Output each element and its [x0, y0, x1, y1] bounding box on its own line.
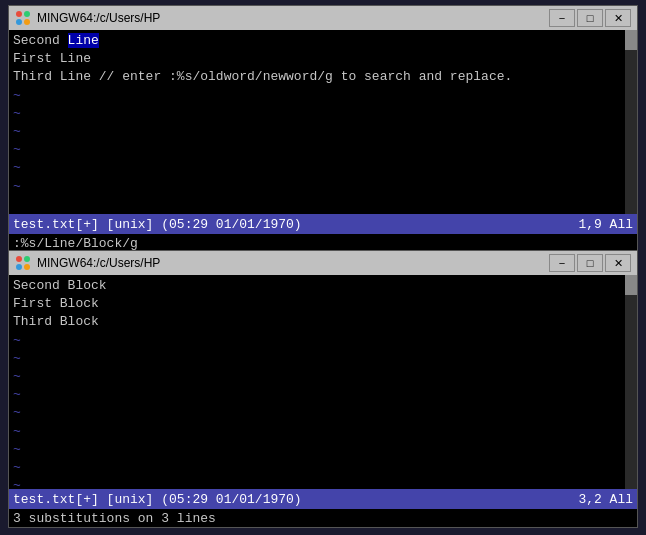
- svg-point-0: [16, 11, 22, 17]
- terminal-icon-2: [15, 255, 31, 271]
- tilde-line: ~: [13, 423, 621, 441]
- window-2-controls: − □ ✕: [549, 254, 631, 272]
- cmdline-2: 3 substitutions on 3 lines: [9, 509, 637, 527]
- svg-point-3: [24, 19, 30, 25]
- tilde-line: ~: [13, 178, 621, 196]
- terminal-body-1[interactable]: Second Line First Line Third Line // ent…: [9, 30, 637, 214]
- close-button-1[interactable]: ✕: [605, 9, 631, 27]
- titlebar-2: MINGW64:/c/Users/HP − □ ✕: [9, 251, 637, 275]
- window-2-title: MINGW64:/c/Users/HP: [37, 256, 543, 270]
- tilde-line: ~: [13, 350, 621, 368]
- terminal-line: Second Block: [13, 277, 621, 295]
- statusbar-left-2: test.txt[+] [unix] (05:29 01/01/1970): [13, 492, 578, 507]
- terminal-line: First Block: [13, 295, 621, 313]
- minimize-button-2[interactable]: −: [549, 254, 575, 272]
- minimize-button-1[interactable]: −: [549, 9, 575, 27]
- svg-point-6: [16, 264, 22, 270]
- window-1-controls: − □ ✕: [549, 9, 631, 27]
- tilde-line: ~: [13, 159, 621, 177]
- maximize-button-1[interactable]: □: [577, 9, 603, 27]
- svg-point-2: [16, 19, 22, 25]
- window-1-title: MINGW64:/c/Users/HP: [37, 11, 543, 25]
- window-2: MINGW64:/c/Users/HP − □ ✕ Second Block F…: [8, 250, 638, 528]
- titlebar-1: MINGW64:/c/Users/HP − □ ✕: [9, 6, 637, 30]
- scrollbar-1[interactable]: [625, 30, 637, 214]
- tilde-line: ~: [13, 386, 621, 404]
- statusbar-left-1: test.txt[+] [unix] (05:29 01/01/1970): [13, 217, 578, 232]
- terminal-line: Third Block: [13, 313, 621, 331]
- tilde-line: ~: [13, 441, 621, 459]
- statusbar-1: test.txt[+] [unix] (05:29 01/01/1970) 1,…: [9, 214, 637, 234]
- terminal-body-2[interactable]: Second Block First Block Third Block ~ ~…: [9, 275, 637, 489]
- tilde-line: ~: [13, 105, 621, 123]
- highlight-text: Line: [68, 33, 99, 48]
- statusbar-2: test.txt[+] [unix] (05:29 01/01/1970) 3,…: [9, 489, 637, 509]
- svg-point-7: [24, 264, 30, 270]
- terminal-line: Third Line // enter :%s/oldword/newword/…: [13, 68, 621, 86]
- svg-point-4: [16, 256, 22, 262]
- tilde-line: ~: [13, 477, 621, 489]
- tilde-line: ~: [13, 141, 621, 159]
- maximize-button-2[interactable]: □: [577, 254, 603, 272]
- tilde-line: ~: [13, 123, 621, 141]
- terminal-line: First Line: [13, 50, 621, 68]
- terminal-line: Second Line: [13, 32, 621, 50]
- scrollbar-2[interactable]: [625, 275, 637, 489]
- window-1: MINGW64:/c/Users/HP − □ ✕ Second Line Fi…: [8, 5, 638, 253]
- close-button-2[interactable]: ✕: [605, 254, 631, 272]
- svg-point-5: [24, 256, 30, 262]
- tilde-line: ~: [13, 87, 621, 105]
- statusbar-right-2: 3,2 All: [578, 492, 633, 507]
- svg-point-1: [24, 11, 30, 17]
- tilde-line: ~: [13, 332, 621, 350]
- cmdline-text-1: :%s/Line/Block/g: [13, 236, 138, 251]
- terminal-icon-1: [15, 10, 31, 26]
- statusbar-right-1: 1,9 All: [578, 217, 633, 232]
- cmdline-text-2: 3 substitutions on 3 lines: [13, 511, 216, 526]
- tilde-line: ~: [13, 459, 621, 477]
- tilde-line: ~: [13, 404, 621, 422]
- tilde-line: ~: [13, 368, 621, 386]
- scrollbar-thumb-2: [625, 275, 637, 295]
- scrollbar-thumb-1: [625, 30, 637, 50]
